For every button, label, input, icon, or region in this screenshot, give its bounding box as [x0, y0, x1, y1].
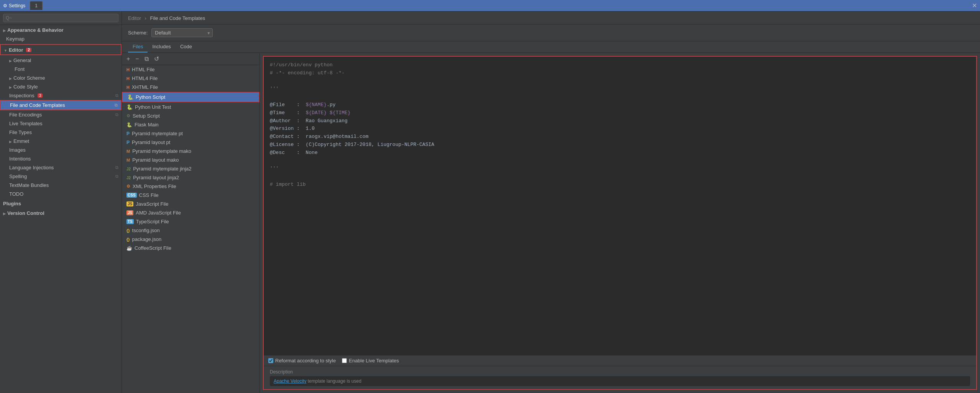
- editor-label: Editor: [9, 47, 23, 53]
- version-control-chevron-icon: [3, 210, 6, 216]
- scheme-select[interactable]: Default Project: [151, 28, 213, 37]
- sidebar-item-textmate-bundles[interactable]: TextMate Bundles: [0, 181, 121, 190]
- list-item-python-script[interactable]: Python Script: [123, 93, 259, 102]
- list-item-amd-javascript-file[interactable]: AMD JavaScript File: [122, 208, 259, 217]
- list-item-pyramid-layout-pt[interactable]: Pyramid layout pt: [122, 138, 259, 147]
- list-item-package-json[interactable]: package.json: [122, 235, 259, 244]
- sidebar-item-intentions[interactable]: Intentions: [0, 154, 121, 163]
- list-item-pyramid-mytemplate-jinja2[interactable]: Pyramid mytemplate jinja2: [122, 164, 259, 173]
- search-input[interactable]: [3, 14, 118, 22]
- code-line-10: @Contact : raogx.vip@hotmail.com: [270, 133, 970, 141]
- sidebar-item-editor[interactable]: Editor 2: [1, 45, 121, 54]
- file-code-templates-label: File and Code Templates: [10, 102, 65, 108]
- code-editor[interactable]: #!/usr/bin/env python # -*- encoding: ut…: [264, 57, 976, 355]
- list-item-setup-script[interactable]: Setup Script: [122, 111, 259, 120]
- list-item-xhtml-file[interactable]: XHTML File: [122, 83, 259, 92]
- list-item-flask-main[interactable]: Flask Main: [122, 120, 259, 129]
- code-line-5: [270, 93, 970, 101]
- inspections-badge: 3: [38, 93, 43, 98]
- sidebar-item-appearance[interactable]: Appearance & Behavior: [0, 25, 121, 34]
- tab-1[interactable]: 1: [30, 1, 43, 10]
- enable-live-checkbox[interactable]: [342, 358, 347, 363]
- sidebar-item-color-scheme[interactable]: Color Scheme: [0, 74, 121, 82]
- css-file-icon: [126, 193, 137, 198]
- list-item-pyramid-mytemplate-pt[interactable]: Pyramid mytemplate pt: [122, 129, 259, 138]
- reformat-checkbox[interactable]: [268, 358, 273, 363]
- list-item-typescript-file[interactable]: TypeScript File: [122, 217, 259, 226]
- remove-button[interactable]: −: [134, 55, 140, 63]
- breadcrumb-separator: ›: [145, 15, 146, 21]
- file-encodings-copy-icon: ⧉: [115, 112, 118, 117]
- enable-live-checkbox-wrap[interactable]: Enable Live Templates: [342, 358, 399, 364]
- search-bar: [0, 11, 121, 25]
- list-item-html4-file[interactable]: HTML4 File: [122, 74, 259, 83]
- sidebar-item-file-and-code-templates[interactable]: File and Code Templates ⧉: [1, 101, 121, 110]
- file-encodings-label: File Encodings: [9, 112, 42, 118]
- description-label: Description: [270, 369, 970, 375]
- apache-velocity-link[interactable]: Apache Velocity: [274, 378, 306, 384]
- sidebar-item-version-control[interactable]: Version Control: [0, 208, 121, 218]
- package-json-icon: [126, 237, 130, 242]
- list-item-pyramid-mytemplate-mako[interactable]: Pyramid mytemplate mako: [122, 147, 259, 156]
- code-line-12: @Desc : None: [270, 149, 970, 157]
- code-line-15: [270, 173, 970, 181]
- list-item-python-unit-test[interactable]: Python Unit Test: [122, 103, 259, 111]
- sidebar-item-font[interactable]: Font: [0, 65, 121, 74]
- sidebar-item-code-style[interactable]: Code Style: [0, 82, 121, 91]
- reset-button[interactable]: ↺: [153, 54, 161, 63]
- sidebar-item-spelling[interactable]: Spelling ⧉: [0, 172, 121, 181]
- pyramid-layout-pt-label: Pyramid layout pt: [132, 139, 170, 145]
- list-item-tsconfig-json[interactable]: tsconfig.json: [122, 226, 259, 235]
- language-injections-copy-icon: ⧉: [115, 165, 118, 170]
- list-item-css-file[interactable]: CSS File: [122, 191, 259, 200]
- list-item-javascript-file[interactable]: JavaScript File: [122, 200, 259, 208]
- keymap-label: Keymap: [6, 36, 25, 42]
- code-line-4: ''': [270, 85, 970, 93]
- description-area: Description Apache Velocity template lan…: [264, 366, 976, 389]
- tab-code[interactable]: Code: [176, 41, 197, 52]
- textmate-bundles-label: TextMate Bundles: [9, 182, 49, 188]
- pyramid-layout-jinja2-icon: [126, 175, 131, 180]
- emmet-chevron-icon: [9, 138, 12, 144]
- general-chevron-icon: [9, 57, 12, 63]
- sidebar-item-keymap[interactable]: Keymap: [0, 34, 121, 43]
- amd-javascript-file-label: AMD JavaScript File: [136, 210, 181, 216]
- sidebar-item-file-types[interactable]: File Types: [0, 128, 121, 137]
- css-file-label: CSS File: [139, 192, 159, 198]
- close-button[interactable]: ✕: [972, 2, 977, 9]
- setup-script-label: Setup Script: [133, 113, 160, 119]
- sidebar-item-file-encodings[interactable]: File Encodings ⧉: [0, 110, 121, 119]
- flask-main-icon: [126, 122, 132, 128]
- pyramid-mytemplate-jinja2-icon: [126, 166, 131, 172]
- sidebar-item-todo[interactable]: TODO: [0, 190, 121, 198]
- reformat-checkbox-wrap[interactable]: Reformat according to style: [268, 358, 336, 364]
- file-templates-copy-icon: ⧉: [115, 103, 118, 108]
- code-editor-panel: #!/usr/bin/env python # -*- encoding: ut…: [263, 56, 977, 390]
- code-style-chevron-icon: [9, 84, 12, 90]
- sidebar-item-plugins[interactable]: Plugins: [0, 198, 121, 208]
- title-label: Settings: [9, 3, 25, 8]
- add-button[interactable]: +: [125, 55, 131, 63]
- pyramid-layout-jinja2-label: Pyramid layout jinja2: [133, 175, 179, 180]
- sidebar-item-images[interactable]: Images: [0, 146, 121, 154]
- tab-files[interactable]: Files: [128, 41, 148, 52]
- code-line-11: @License : (C)Copyright 2017-2018, Liugr…: [270, 141, 970, 149]
- list-item-pyramid-layout-mako[interactable]: Pyramid layout mako: [122, 156, 259, 164]
- copy-button[interactable]: ⧉: [143, 55, 150, 63]
- pyramid-mytemplate-pt-icon: [126, 131, 130, 136]
- list-item-html-file[interactable]: HTML File: [122, 65, 259, 74]
- sidebar-item-inspections[interactable]: Inspections 3 ⧉: [0, 91, 121, 100]
- sidebar-item-language-injections[interactable]: Language Injections ⧉: [0, 163, 121, 172]
- code-line-13: [270, 157, 970, 165]
- sidebar-item-general[interactable]: General: [0, 56, 121, 65]
- list-item-xml-properties-file[interactable]: XML Properties File: [122, 182, 259, 191]
- description-content: Apache Velocity template language is use…: [270, 376, 970, 386]
- code-line-1: #!/usr/bin/env python: [270, 61, 970, 69]
- list-item-coffeescript-file[interactable]: CoffeeScript File: [122, 244, 259, 252]
- list-item-pyramid-layout-jinja2[interactable]: Pyramid layout jinja2: [122, 173, 259, 182]
- tab-includes[interactable]: Includes: [148, 41, 175, 52]
- sidebar-item-emmet[interactable]: Emmet: [0, 137, 121, 146]
- chevron-right-icon: [3, 27, 6, 33]
- todo-label: TODO: [9, 191, 23, 197]
- sidebar-item-live-templates[interactable]: Live Templates: [0, 119, 121, 128]
